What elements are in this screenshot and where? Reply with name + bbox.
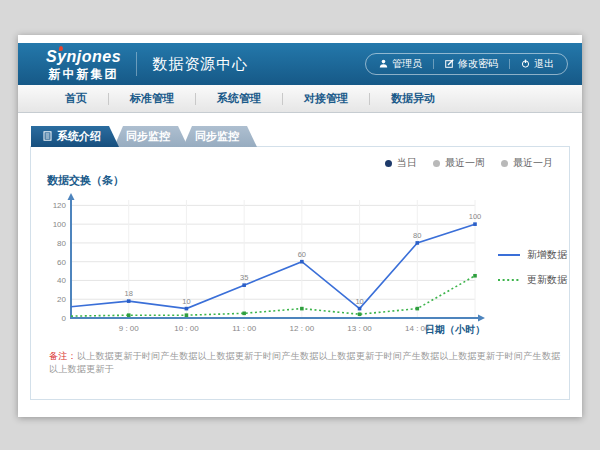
tab-sync-monitor-2[interactable]: 同步监控	[183, 126, 257, 147]
main-nav: 首页 标准管理 系统管理 对接管理 数据异动	[18, 85, 582, 113]
brand-logo: Synjones 新中新集团	[46, 49, 121, 80]
user-menu: 管理员 修改密码 退出	[365, 53, 568, 75]
svg-text:0: 0	[62, 314, 67, 323]
page-title: 数据资源中心	[152, 55, 248, 74]
tab-bar: 系统介绍 同步监控 同步监控	[31, 126, 570, 147]
period-filter: 当日 最近一周 最近一月	[385, 156, 553, 170]
brand-logo-text: Synjones	[46, 49, 121, 65]
desktop-background: Synjones 新中新集团 数据资源中心 管理员	[0, 0, 600, 450]
footnote: 备注：以上数据更新于时间产生数据以上数据更新于时间产生数据以上数据更新于时间产生…	[49, 350, 569, 376]
person-icon	[379, 59, 388, 70]
svg-text:80: 80	[413, 231, 421, 240]
document-icon	[43, 131, 52, 143]
svg-text:80: 80	[57, 239, 66, 248]
app-header: Synjones 新中新集团 数据资源中心 管理员	[18, 43, 582, 85]
svg-text:11 : 00: 11 : 00	[232, 324, 256, 333]
filter-option-last-month[interactable]: 最近一月	[501, 156, 553, 170]
radio-icon	[433, 160, 440, 167]
header-divider	[136, 52, 137, 76]
radio-icon	[501, 160, 508, 167]
power-icon	[521, 59, 530, 70]
nav-item-data-change[interactable]: 数据异动	[370, 91, 456, 106]
chart-y-axis-title: 数据交换（条）	[47, 173, 569, 188]
footnote-label: 备注：	[49, 351, 77, 361]
svg-text:40: 40	[57, 276, 66, 285]
legend-item-updated-data[interactable]: 更新数据	[497, 273, 567, 287]
svg-text:60: 60	[57, 258, 66, 267]
svg-text:13 : 00: 13 : 00	[347, 324, 372, 333]
nav-item-standard-mgmt[interactable]: 标准管理	[109, 91, 195, 106]
legend-item-new-data[interactable]: 新增数据	[497, 248, 567, 262]
svg-text:10: 10	[355, 297, 363, 306]
tab-system-intro[interactable]: 系统介绍	[31, 126, 119, 147]
tab-sync-monitor-1[interactable]: 同步监控	[114, 126, 188, 147]
edit-icon	[445, 59, 454, 70]
chart-legend: 新增数据 更新数据	[497, 248, 567, 338]
main-content: 系统介绍 同步监控 同步监控 当日 最近一周	[18, 113, 582, 400]
svg-text:18: 18	[125, 289, 133, 298]
filter-option-last-week[interactable]: 最近一周	[433, 156, 485, 170]
logout-button[interactable]: 退出	[521, 57, 554, 71]
svg-text:100: 100	[469, 212, 482, 221]
svg-text:12 : 00: 12 : 00	[290, 324, 315, 333]
filter-option-today[interactable]: 当日	[385, 156, 417, 170]
line-chart: 0204060801001209 : 0010 : 0011 : 0012 : …	[37, 188, 489, 338]
svg-text:120: 120	[53, 201, 67, 210]
svg-text:100: 100	[53, 220, 67, 229]
svg-text:60: 60	[298, 250, 306, 259]
svg-text:10 : 00: 10 : 00	[174, 324, 199, 333]
svg-text:10: 10	[182, 297, 190, 306]
brand-logo-subtext: 新中新集团	[46, 68, 121, 80]
svg-text:日期（小时）: 日期（小时）	[425, 324, 485, 335]
radio-selected-icon	[385, 160, 392, 167]
dotted-line-icon	[497, 277, 521, 283]
nav-item-interface-mgmt[interactable]: 对接管理	[283, 91, 369, 106]
page-top-strip	[18, 35, 582, 43]
nav-item-home[interactable]: 首页	[44, 91, 108, 106]
footnote-text: 以上数据更新于时间产生数据以上数据更新于时间产生数据以上数据更新于时间产生数据以…	[49, 351, 561, 374]
svg-text:9 : 00: 9 : 00	[119, 324, 140, 333]
user-name-button[interactable]: 管理员	[379, 57, 422, 71]
brand-accent-dot-icon	[59, 46, 63, 51]
change-password-button[interactable]: 修改密码	[445, 57, 498, 71]
solid-line-icon	[497, 252, 521, 258]
divider	[509, 59, 510, 69]
svg-text:20: 20	[57, 295, 66, 304]
nav-item-system-mgmt[interactable]: 系统管理	[196, 91, 282, 106]
app-window: Synjones 新中新集团 数据资源中心 管理员	[18, 35, 582, 417]
chart-panel: 当日 最近一周 最近一月 数据交换（条） 0204060801001209 : …	[30, 146, 570, 400]
chart-area: 0204060801001209 : 0010 : 0011 : 0012 : …	[31, 188, 569, 338]
divider	[433, 59, 434, 69]
svg-text:35: 35	[240, 273, 248, 282]
